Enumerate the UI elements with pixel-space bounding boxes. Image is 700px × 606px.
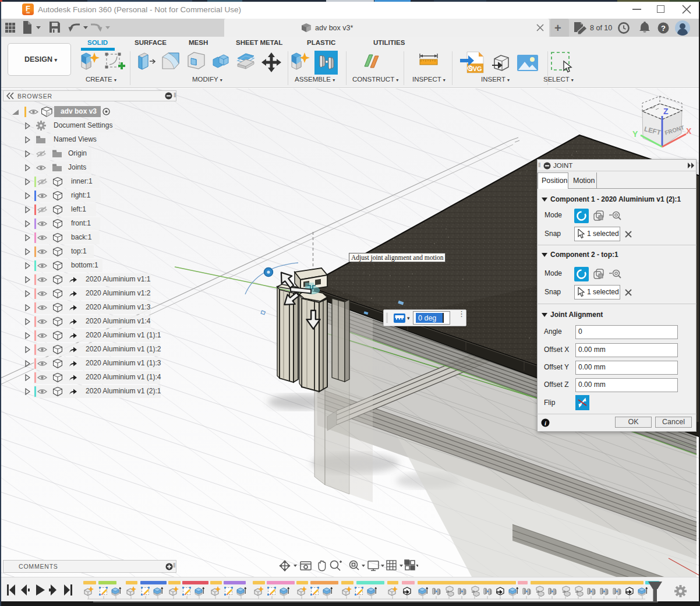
svg-text:Z: Z	[663, 107, 669, 116]
svg-text:X: X	[686, 126, 692, 136]
svg-text:?: ?	[661, 24, 666, 33]
svg-text:Y: Y	[632, 129, 638, 139]
